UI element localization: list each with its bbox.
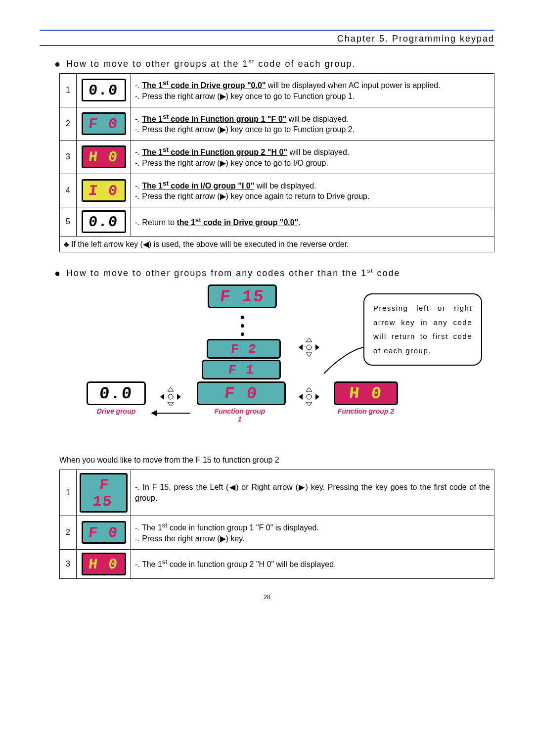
lcd-text: 0.0 — [88, 82, 120, 99]
group-navigation-diagram: F 15 F 2 F 1 F 0 Function group 1 0.0 Dr… — [59, 284, 494, 448]
steps-table-2: 1F 15-. In F 15, press the Left (◀) or R… — [59, 470, 494, 579]
lcd-text: I 0 — [88, 183, 120, 199]
nav-cluster-icon — [158, 386, 183, 408]
lcd-text: F 0 — [88, 524, 120, 541]
section2-title-sup: st — [367, 267, 373, 274]
step-number: 1 — [60, 74, 77, 107]
step-lcd: F 0 — [77, 107, 131, 141]
svg-marker-8 — [306, 402, 312, 406]
lcd-display: F 15 — [80, 473, 128, 513]
step-description: -. Return to the 1st code in Drive group… — [131, 207, 494, 236]
step-number: 1 — [60, 470, 77, 516]
diagram-lcd-f2: F 2 — [207, 339, 281, 359]
lcd-text: F 0 — [88, 116, 120, 133]
step-number: 3 — [60, 549, 77, 578]
arrow-left-icon — [151, 409, 190, 417]
svg-marker-3 — [168, 402, 174, 406]
diagram-label-drive: Drive group — [87, 407, 146, 415]
table-row: 3H 0-. The 1st code in function group 2 … — [60, 549, 494, 578]
dot-icon — [241, 324, 244, 328]
lcd-display: H 0 — [82, 145, 126, 168]
step-description: -. The 1st code in function group 1 "F 0… — [131, 516, 494, 550]
svg-marker-11 — [315, 344, 319, 350]
svg-marker-5 — [299, 394, 303, 400]
svg-point-4 — [168, 394, 173, 399]
dot-icon — [241, 332, 244, 336]
header-top-rule — [40, 30, 494, 31]
section1-heading: ● How to move to other groups at the 1st… — [54, 58, 494, 69]
header-bottom-rule — [40, 45, 494, 46]
step-lcd: F 0 — [77, 516, 131, 550]
lcd-display: I 0 — [82, 179, 126, 202]
table-row: 4I 0-. The 1st code in I/O group "I 0" w… — [60, 174, 494, 207]
step-number: 5 — [60, 207, 77, 236]
diagram-lcd-h0: H 0 — [334, 381, 398, 405]
step-lcd: F 15 — [77, 470, 131, 516]
table-row: 2F 0-. The 1st code in Function group 1 … — [60, 107, 494, 141]
svg-marker-1 — [177, 394, 181, 400]
steps-table-1: 10.0-. The 1st code in Drive group "0.0"… — [59, 73, 494, 252]
lcd-text: F 15 — [83, 476, 124, 510]
table-row: 10.0-. The 1st code in Drive group "0.0"… — [60, 74, 494, 107]
lcd-display: F 0 — [82, 112, 126, 135]
step-description: -. In F 15, press the Left (◀) or Right … — [131, 470, 494, 516]
svg-marker-13 — [306, 353, 312, 357]
diagram-label-fn2: Function group 2 — [334, 407, 398, 415]
diagram-lcd-f15: F 15 — [208, 284, 277, 308]
table-row: 3H 0-. The 1st code in Function group 2 … — [60, 141, 494, 174]
step-description: -. The 1st code in function group 2 "H 0… — [131, 549, 494, 578]
table-row: 2F 0-. The 1st code in function group 1 … — [60, 516, 494, 550]
callout-tail-icon — [321, 346, 366, 376]
svg-marker-10 — [299, 344, 303, 350]
lcd-display: H 0 — [82, 553, 126, 575]
table1-note: ♣ If the left arrow key (◀) is used, the… — [60, 236, 494, 252]
svg-marker-0 — [160, 394, 164, 400]
section1-title-post: code of each group. — [255, 59, 356, 69]
svg-marker-7 — [306, 387, 312, 391]
step-description: -. The 1st code in Function group 1 "F 0… — [131, 107, 494, 141]
svg-marker-2 — [168, 387, 174, 391]
table-row: 1F 15-. In F 15, press the Left (◀) or R… — [60, 470, 494, 516]
nav-cluster-icon — [297, 386, 321, 408]
step-description: -. The 1st code in I/O group "I 0" will … — [131, 174, 494, 207]
step-lcd: H 0 — [77, 549, 131, 578]
step-description: -. The 1st code in Function group 2 "H 0… — [131, 141, 494, 174]
diagram-lcd-drive: 0.0 — [87, 381, 146, 405]
section2-title-pre: How to move to other groups from any cod… — [66, 268, 367, 278]
lcd-text: H 0 — [88, 149, 120, 166]
section1-title-sup: st — [248, 58, 255, 64]
step-lcd: 0.0 — [77, 207, 131, 236]
step-number: 4 — [60, 174, 77, 207]
diagram-lcd-f0: F 0 — [197, 381, 286, 405]
diagram-lcd-f1: F 1 — [202, 360, 281, 379]
diagram-label-fn1: Function group 1 — [213, 407, 267, 423]
step-number: 3 — [60, 141, 77, 174]
lcd-display: 0.0 — [82, 210, 126, 233]
step-number: 2 — [60, 107, 77, 141]
svg-marker-12 — [306, 338, 312, 342]
svg-point-14 — [307, 345, 312, 350]
lcd-display: F 0 — [82, 521, 126, 544]
dot-icon — [241, 316, 244, 319]
step-description: -. The 1st code in Drive group "0.0" wil… — [131, 74, 494, 107]
lcd-display: 0.0 — [82, 79, 126, 101]
page-number: 28 — [40, 594, 494, 601]
diagram-callout: Pressing left or right arrow key in any … — [363, 293, 482, 366]
lcd-text: 0.0 — [88, 214, 120, 231]
step-lcd: 0.0 — [77, 74, 131, 107]
lead-paragraph: When you would like to move from the F 1… — [59, 456, 494, 465]
step-lcd: H 0 — [77, 141, 131, 174]
svg-marker-6 — [315, 394, 319, 400]
svg-marker-16 — [151, 410, 157, 416]
section2-title-post: code — [373, 268, 400, 278]
step-number: 2 — [60, 516, 77, 550]
lcd-text: H 0 — [88, 556, 120, 573]
table-row: 50.0-. Return to the 1st code in Drive g… — [60, 207, 494, 236]
bullet-icon: ● — [54, 268, 61, 278]
svg-point-9 — [307, 394, 312, 399]
nav-cluster-icon — [297, 336, 321, 358]
step-lcd: I 0 — [77, 174, 131, 207]
bullet-icon: ● — [54, 59, 61, 69]
chapter-title: Chapter 5. Programming keypad — [40, 34, 494, 44]
section1-title-pre: How to move to other groups at the 1 — [66, 59, 248, 69]
